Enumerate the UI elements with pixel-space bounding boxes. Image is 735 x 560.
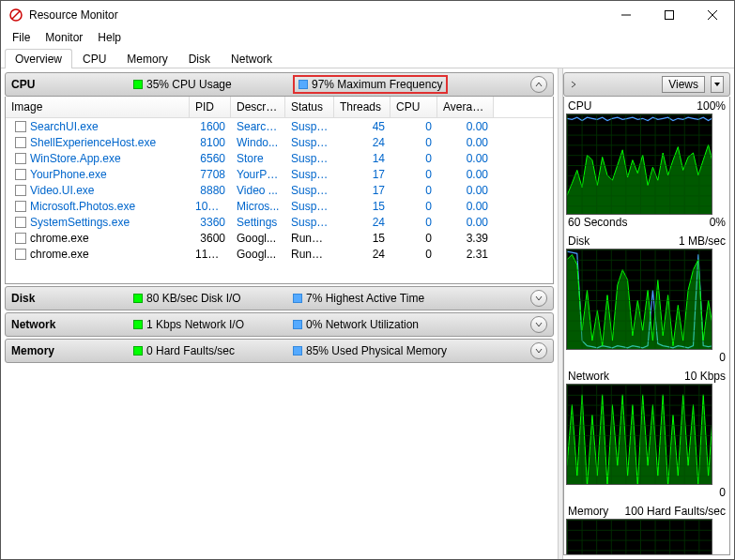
table-row[interactable]: WinStore.App.exe6560StoreSuspe...1400.00 <box>6 150 553 166</box>
close-button[interactable] <box>691 1 734 29</box>
cpu-panel-header[interactable]: CPU 35% CPU Usage 97% Maximum Frequency <box>5 72 554 97</box>
cpu: 0 <box>390 248 437 261</box>
menu-monitor[interactable]: Monitor <box>38 29 90 48</box>
tab-disk[interactable]: Disk <box>178 49 221 68</box>
row-checkbox[interactable] <box>15 137 26 148</box>
process-name: Microsoft.Photos.exe <box>30 200 135 213</box>
description: Store <box>231 152 285 165</box>
blue-square-icon <box>293 346 302 356</box>
process-name: ShellExperienceHost.exe <box>30 136 156 149</box>
blue-square-icon <box>299 80 308 89</box>
chevron-down-icon[interactable] <box>530 316 547 333</box>
table-row[interactable]: ShellExperienceHost.exe8100Windo...Suspe… <box>6 134 553 150</box>
average: 0.00 <box>437 184 494 197</box>
tab-cpu[interactable]: CPU <box>72 49 116 68</box>
pid: 7708 <box>190 168 231 181</box>
green-square-icon <box>133 346 143 356</box>
process-name: SearchUI.exe <box>30 120 99 133</box>
col-average[interactable]: Averag... <box>437 97 494 117</box>
chevron-up-icon[interactable] <box>530 76 547 93</box>
minimize-button[interactable] <box>605 1 648 29</box>
table-row[interactable]: YourPhone.exe7708YourPh...Suspe...1700.0… <box>6 166 553 182</box>
grid-body[interactable]: SearchUI.exe1600Search ...Suspe...4500.0… <box>6 118 553 282</box>
graph-title: Network <box>568 370 609 383</box>
memory-panel-header[interactable]: Memory 0 Hard Faults/sec 85% Used Physic… <box>5 339 554 363</box>
green-square-icon <box>133 320 143 329</box>
table-row[interactable]: Microsoft.Photos.exe10732Micros...Suspe.… <box>6 198 553 214</box>
description: Googl... <box>231 232 285 245</box>
status: Suspe... <box>285 136 334 149</box>
window-title: Resource Monitor <box>29 8 605 22</box>
tab-overview[interactable]: Overview <box>5 49 72 68</box>
views-button[interactable]: Views <box>662 76 705 93</box>
threads: 14 <box>334 152 390 165</box>
graph-max: 100 Hard Faults/sec <box>625 505 726 518</box>
menu-file[interactable]: File <box>5 29 38 48</box>
col-image[interactable]: Image <box>6 97 190 117</box>
row-checkbox[interactable] <box>15 169 26 180</box>
memory-panel-label: Memory <box>11 344 133 357</box>
graphs-container[interactable]: CPU100%60 Seconds0%Disk1 MB/sec0Network1… <box>563 97 730 555</box>
pid: 11728 <box>190 248 231 261</box>
graph-min: 0 <box>719 486 726 499</box>
table-row[interactable]: Video.UI.exe8880Video ...Suspe...1700.00 <box>6 182 553 198</box>
disk-active-stat: 7% Highest Active Time <box>293 292 424 305</box>
description: Windo... <box>231 136 285 149</box>
chevron-down-icon[interactable] <box>530 342 547 359</box>
graph-network: Network10 Kbps0 <box>566 369 727 500</box>
tab-network[interactable]: Network <box>221 49 283 68</box>
network-panel-label: Network <box>11 318 133 331</box>
titlebar[interactable]: Resource Monitor <box>1 1 734 29</box>
status: Suspe... <box>285 184 334 197</box>
threads: 24 <box>334 136 390 149</box>
chevron-right-icon[interactable] <box>570 78 577 91</box>
pid: 6560 <box>190 152 231 165</box>
threads: 24 <box>334 216 390 229</box>
cpu-panel-label: CPU <box>11 78 133 91</box>
network-io-stat: 1 Kbps Network I/O <box>133 318 293 331</box>
tab-memory[interactable]: Memory <box>116 49 177 68</box>
table-row[interactable]: chrome.exe11728Googl...Runni...2402.31 <box>6 246 553 262</box>
status: Suspe... <box>285 152 334 165</box>
col-status[interactable]: Status <box>285 97 334 117</box>
graph-canvas <box>566 519 712 555</box>
pid: 3360 <box>190 216 231 229</box>
table-row[interactable]: chrome.exe3600Googl...Runni...1503.39 <box>6 230 553 246</box>
graph-canvas <box>566 249 712 350</box>
row-checkbox[interactable] <box>15 153 26 164</box>
svg-rect-3 <box>666 11 674 20</box>
maximize-button[interactable] <box>648 1 691 29</box>
process-name: YourPhone.exe <box>30 168 107 181</box>
row-checkbox[interactable] <box>15 121 26 132</box>
chevron-down-icon[interactable] <box>530 290 547 307</box>
svg-line-1 <box>12 11 20 19</box>
cpu-process-grid: Image PID Descrip... Status Threads CPU … <box>5 97 554 284</box>
status: Suspe... <box>285 120 334 133</box>
row-checkbox[interactable] <box>15 217 26 228</box>
status: Suspe... <box>285 168 334 181</box>
blue-square-icon <box>293 320 302 329</box>
row-checkbox[interactable] <box>15 249 26 260</box>
description: Googl... <box>231 248 285 261</box>
graph-title: Memory <box>568 505 608 518</box>
col-pid[interactable]: PID <box>190 97 231 117</box>
description: YourPh... <box>231 168 285 181</box>
blue-square-icon <box>293 294 302 303</box>
table-row[interactable]: SystemSettings.exe3360SettingsSuspe...24… <box>6 214 553 230</box>
cpu-frequency-stat: 97% Maximum Frequency <box>299 78 442 91</box>
views-dropdown[interactable] <box>711 76 724 93</box>
col-threads[interactable]: Threads <box>334 97 390 117</box>
col-cpu[interactable]: CPU <box>390 97 437 117</box>
row-checkbox[interactable] <box>15 201 26 212</box>
graph-cpu: CPU100%60 Seconds0% <box>566 98 727 230</box>
row-checkbox[interactable] <box>15 233 26 244</box>
row-checkbox[interactable] <box>15 185 26 196</box>
network-panel-header[interactable]: Network 1 Kbps Network I/O 0% Network Ut… <box>5 312 554 337</box>
average: 0.00 <box>437 152 494 165</box>
graph-max: 1 MB/sec <box>679 235 726 248</box>
status: Suspe... <box>285 200 334 213</box>
menu-help[interactable]: Help <box>90 29 129 48</box>
disk-panel-header[interactable]: Disk 80 KB/sec Disk I/O 7% Highest Activ… <box>5 286 554 310</box>
col-description[interactable]: Descrip... <box>231 97 285 117</box>
table-row[interactable]: SearchUI.exe1600Search ...Suspe...4500.0… <box>6 118 553 134</box>
